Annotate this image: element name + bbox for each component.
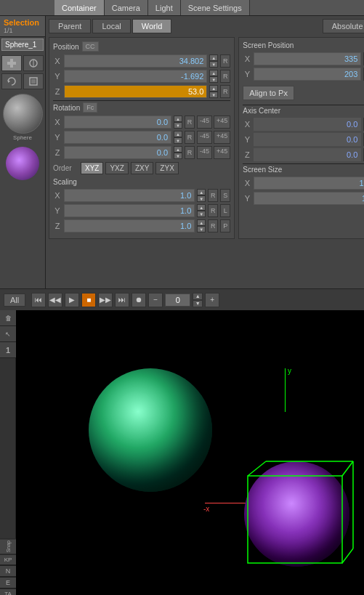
rot-y-up[interactable]: ▲	[174, 131, 182, 137]
scale-z-down[interactable]: ▼	[197, 226, 206, 232]
pos-x-up[interactable]: ▲	[209, 54, 218, 61]
n-btn[interactable]: N	[0, 565, 16, 577]
rot-x-arrows[interactable]: ▲ ▼	[174, 116, 182, 129]
coord-icon-1[interactable]	[1, 55, 22, 71]
tab-local[interactable]: Local	[92, 19, 130, 33]
tl-skip-start[interactable]: ⏮	[31, 293, 46, 307]
pos-y-input[interactable]	[64, 70, 207, 83]
scale-y-arrows[interactable]: ▲ ▼	[197, 204, 206, 217]
pos-z-down[interactable]: ▼	[209, 92, 218, 98]
scale-x-arrows[interactable]: ▲ ▼	[197, 189, 206, 202]
rot-z-down[interactable]: ▼	[174, 153, 182, 159]
pos-y-arrows[interactable]: ▲ ▼	[209, 70, 218, 83]
rot-z-input[interactable]	[64, 146, 171, 159]
pos-x-arrows[interactable]: ▲ ▼	[209, 54, 218, 68]
scale-x-up[interactable]: ▲	[197, 189, 206, 195]
sphere-teal[interactable]	[89, 368, 212, 492]
scale-x-down[interactable]: ▼	[197, 195, 206, 202]
rot-y-neg45[interactable]: -45	[197, 131, 212, 144]
rotate-icon[interactable]	[1, 73, 22, 89]
rot-x-input[interactable]	[64, 116, 171, 129]
tl-minus[interactable]: −	[148, 293, 163, 307]
scrpos-y-input[interactable]	[254, 68, 361, 81]
vp-trash-icon[interactable]: 🗑	[0, 310, 16, 326]
rot-y-r[interactable]: R	[185, 131, 195, 144]
tl-stop[interactable]: ■	[81, 293, 96, 307]
pos-z-up[interactable]: ▲	[209, 85, 218, 92]
vp-one-icon[interactable]: 1	[0, 342, 16, 358]
tl-frame-number[interactable]: 0	[165, 294, 190, 307]
vp-cursor-icon[interactable]: ↖	[0, 326, 16, 342]
rot-z-pos45[interactable]: +45	[214, 146, 230, 159]
tl-record[interactable]: ⏺	[132, 293, 146, 307]
tl-prev-key[interactable]: ◀◀	[48, 293, 62, 307]
scale-x-s[interactable]: S	[220, 189, 230, 202]
coord-icon-2[interactable]	[23, 55, 44, 71]
rot-x-r[interactable]: R	[185, 116, 195, 129]
scrpos-x-input[interactable]	[254, 52, 361, 65]
scale-z-up[interactable]: ▲	[197, 219, 206, 226]
rot-z-r[interactable]: R	[185, 146, 195, 159]
rot-x-pos45[interactable]: +45	[214, 116, 230, 129]
tl-skip-end[interactable]: ⏭	[115, 293, 129, 307]
tab-world[interactable]: World	[132, 19, 172, 33]
scale-z-arrows[interactable]: ▲ ▼	[197, 219, 206, 232]
align-to-px-button[interactable]: Align to Px	[243, 86, 294, 100]
tab-light[interactable]: Light	[148, 0, 181, 15]
rot-x-neg45[interactable]: -45	[197, 116, 212, 129]
scale-icon[interactable]	[23, 73, 44, 89]
scrsize-x-input[interactable]	[254, 177, 364, 190]
pos-z-arrows[interactable]: ▲ ▼	[209, 85, 218, 98]
rot-y-arrows[interactable]: ▲ ▼	[174, 131, 182, 144]
scrsize-y-input[interactable]	[254, 192, 364, 205]
tab-container[interactable]: Container	[54, 0, 105, 15]
kp-btn[interactable]: KP	[0, 554, 16, 565]
e-btn[interactable]: E	[0, 577, 16, 588]
pos-x-r[interactable]: R	[220, 54, 230, 68]
tab-camera[interactable]: Camera	[105, 0, 148, 15]
axctr-x-input[interactable]	[254, 118, 361, 131]
pos-x-input[interactable]	[64, 54, 207, 68]
scale-y-down[interactable]: ▼	[197, 211, 206, 217]
tl-next-key[interactable]: ▶▶	[98, 293, 113, 307]
rot-y-input[interactable]	[64, 131, 171, 144]
scale-x-r[interactable]: R	[208, 189, 218, 202]
timeline-all-button[interactable]: All	[4, 294, 25, 307]
axctr-y-input[interactable]	[254, 133, 361, 146]
scale-y-l[interactable]: L	[220, 204, 230, 217]
tl-frame-up[interactable]: ▲	[193, 293, 203, 300]
tl-plus[interactable]: +	[205, 293, 219, 307]
order-yxz[interactable]: YXZ	[105, 162, 128, 174]
rot-z-neg45[interactable]: -45	[197, 146, 212, 159]
3d-scene[interactable]: y -x z -y	[16, 310, 364, 595]
rot-z-arrows[interactable]: ▲ ▼	[174, 146, 182, 159]
axctr-z-input[interactable]	[254, 148, 361, 161]
scale-y-up[interactable]: ▲	[197, 204, 206, 211]
pos-y-up[interactable]: ▲	[209, 70, 218, 76]
scale-z-input[interactable]	[64, 219, 195, 232]
scale-y-r[interactable]: R	[208, 204, 218, 217]
rot-x-up[interactable]: ▲	[174, 116, 182, 122]
tab-absolute[interactable]: Absolute	[323, 19, 364, 33]
rot-x-down[interactable]: ▼	[174, 122, 182, 129]
tl-frame-down[interactable]: ▼	[193, 300, 203, 307]
tab-parent[interactable]: Parent	[49, 19, 91, 33]
pos-z-input[interactable]	[64, 85, 207, 98]
order-zyx[interactable]: ZYX	[155, 162, 178, 174]
pos-y-r[interactable]: R	[220, 70, 230, 83]
order-zxy[interactable]: ZXY	[131, 162, 153, 174]
scale-y-input[interactable]	[64, 204, 195, 217]
viewport[interactable]: 🗑 ↖ 1 Snap KP N E TA SA y -x z	[0, 310, 364, 595]
scale-z-r[interactable]: R	[208, 219, 218, 232]
pos-y-down[interactable]: ▼	[209, 76, 218, 83]
object-name[interactable]: Sphere_1	[1, 39, 44, 51]
scale-x-input[interactable]	[64, 189, 195, 202]
order-xyz[interactable]: XYZ	[81, 162, 103, 174]
tl-play[interactable]: ▶	[65, 293, 79, 307]
rot-y-down[interactable]: ▼	[174, 137, 182, 144]
rot-z-up[interactable]: ▲	[174, 146, 182, 153]
ta-btn[interactable]: TA	[0, 588, 16, 595]
pos-z-r[interactable]: R	[220, 85, 230, 98]
pos-x-down[interactable]: ▼	[209, 61, 218, 68]
tab-scene-settings[interactable]: Scene Settings	[181, 0, 250, 15]
